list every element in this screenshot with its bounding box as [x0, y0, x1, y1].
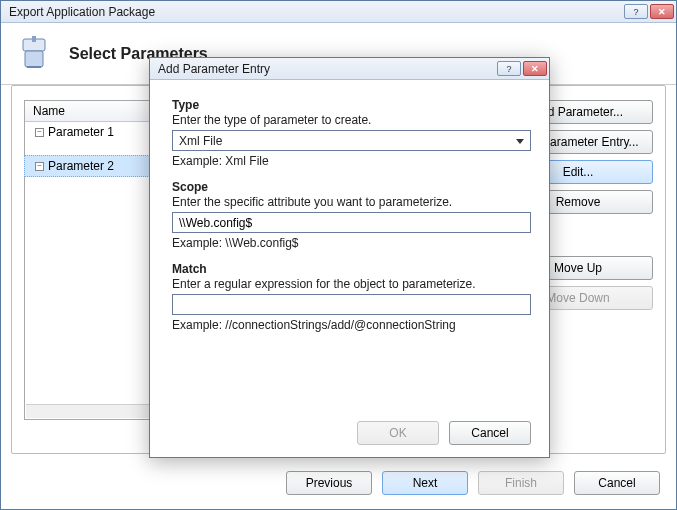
- dialog-title: Add Parameter Entry: [158, 62, 497, 76]
- finish-button[interactable]: Finish: [478, 471, 564, 495]
- previous-button[interactable]: Previous: [286, 471, 372, 495]
- type-label: Type: [172, 98, 531, 112]
- cancel-button[interactable]: Cancel: [574, 471, 660, 495]
- scope-input[interactable]: [172, 212, 531, 233]
- add-parameter-entry-dialog: Add Parameter Entry ? ✕ Type Enter the t…: [149, 57, 550, 458]
- expander-icon[interactable]: −: [35, 162, 44, 171]
- dialog-cancel-button[interactable]: Cancel: [449, 421, 531, 445]
- svg-rect-2: [32, 36, 36, 42]
- package-icon: [13, 33, 55, 75]
- match-example: Example: //connectionStrings/add/@connec…: [172, 318, 531, 332]
- match-input[interactable]: [172, 294, 531, 315]
- main-titlebar: Export Application Package ? ✕: [1, 1, 676, 23]
- ok-button[interactable]: OK: [357, 421, 439, 445]
- row-label: Parameter 1: [48, 125, 114, 139]
- type-value: Xml File: [179, 134, 222, 148]
- dialog-footer: OK Cancel: [357, 421, 531, 445]
- scope-desc: Enter the specific attribute you want to…: [172, 195, 531, 209]
- wizard-footer: Previous Next Finish Cancel: [286, 471, 660, 495]
- main-window-title: Export Application Package: [9, 5, 624, 19]
- type-desc: Enter the type of parameter to create.: [172, 113, 531, 127]
- main-window-buttons: ? ✕: [624, 4, 674, 19]
- type-example: Example: Xml File: [172, 154, 531, 168]
- help-icon[interactable]: ?: [497, 61, 521, 76]
- match-label: Match: [172, 262, 531, 276]
- svg-rect-1: [25, 51, 43, 67]
- scope-label: Scope: [172, 180, 531, 194]
- close-icon[interactable]: ✕: [523, 61, 547, 76]
- expander-icon[interactable]: −: [35, 128, 44, 137]
- dialog-window-buttons: ? ✕: [497, 61, 547, 76]
- help-icon[interactable]: ?: [624, 4, 648, 19]
- scope-example: Example: \\Web.config$: [172, 236, 531, 250]
- type-combobox[interactable]: Xml File: [172, 130, 531, 151]
- match-desc: Enter a regular expression for the objec…: [172, 277, 531, 291]
- dialog-content: Type Enter the type of parameter to crea…: [150, 80, 549, 358]
- row-label: Parameter 2: [48, 159, 114, 173]
- next-button[interactable]: Next: [382, 471, 468, 495]
- close-icon[interactable]: ✕: [650, 4, 674, 19]
- dialog-titlebar: Add Parameter Entry ? ✕: [150, 58, 549, 80]
